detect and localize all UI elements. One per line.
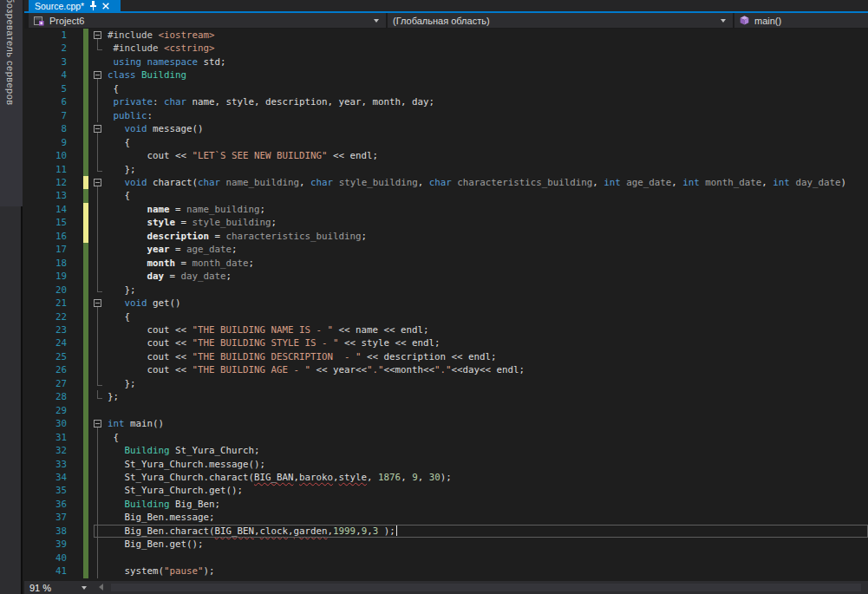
scroll-left-arrow-icon[interactable] [95,584,108,591]
code-line-38[interactable]: 38 Big_Ben.charact(BIG_BEN,clock,garden,… [24,525,868,538]
code-line-23[interactable]: 23 cout << "THE BUILDING NAME IS - " << … [24,323,868,336]
track-changes-bar [83,404,88,417]
track-changes-bar [83,243,88,256]
code-line-35[interactable]: 35 St_Yura_Church.get(); [24,484,868,497]
code-line-39[interactable]: 39 Big_Ben.get(); [24,538,868,551]
code-line-17[interactable]: 17 year = age_date; [24,243,868,256]
code-line-9[interactable]: 9 { [24,136,868,149]
code-line-7[interactable]: 7 public: [24,109,868,122]
track-changes-bar [83,552,88,565]
fold-collapse-icon[interactable] [94,179,101,186]
zoom-level-dropdown[interactable]: 91 % [24,581,92,594]
code-editor[interactable]: 1#include <iostream>2 #include <cstring>… [24,29,868,581]
line-number: 34 [24,471,67,484]
code-line-10[interactable]: 10 cout << "LET`S SEE NEW BUILDING" << e… [24,149,868,162]
line-number: 33 [24,458,67,471]
fold-collapse-icon[interactable] [92,29,103,42]
code-line-18[interactable]: 18 month = month_date; [24,257,868,270]
code-line-15[interactable]: 15 style = style_building; [24,216,868,229]
track-changes-bar [83,417,88,430]
fold-collapse-icon[interactable] [92,122,103,135]
outline-guide [92,390,103,403]
code-line-27[interactable]: 27 }; [24,377,868,390]
track-changes-bar [83,216,88,229]
code-line-1[interactable]: 1#include <iostream> [24,29,868,42]
code-text: description = characteristics_building; [108,230,367,243]
track-changes-bar [83,203,88,216]
fold-collapse-icon[interactable] [94,31,101,39]
code-text: cout << "LET`S SEE NEW BUILDING" << endl… [108,149,378,162]
track-changes-bar [83,350,88,363]
code-line-28[interactable]: 28}; [24,390,868,403]
code-line-14[interactable]: 14 name = name_building; [24,203,868,216]
code-line-33[interactable]: 33 St_Yura_Church.message(); [24,458,868,471]
fold-collapse-icon[interactable] [94,420,101,428]
code-text: }; [108,390,119,403]
scope-dropdown[interactable]: (Глобальная область) [388,13,733,28]
code-line-36[interactable]: 36 Building Big_Ben; [24,498,868,511]
code-line-4[interactable]: 4class Building [24,69,868,82]
line-number: 11 [24,163,67,176]
track-changes-bar [83,122,88,135]
fold-collapse-icon[interactable] [92,176,103,189]
code-text: { [108,136,130,149]
fold-collapse-icon[interactable] [92,417,103,430]
track-changes-bar [83,511,88,524]
fold-collapse-icon[interactable] [94,71,101,79]
fold-collapse-icon[interactable] [94,125,101,133]
fold-collapse-icon[interactable] [94,299,101,307]
code-text: int main() [108,417,164,430]
code-line-2[interactable]: 2 #include <cstring> [24,42,868,55]
code-line-12[interactable]: 12 void charact(char name_building, char… [24,176,868,189]
code-line-41[interactable]: 41 system("pause"); [24,565,868,578]
code-line-16[interactable]: 16 description = characteristics_buildin… [24,230,868,243]
line-number: 29 [24,404,67,417]
code-line-19[interactable]: 19 day = day_date; [24,270,868,283]
code-line-37[interactable]: 37 Big_Ben.message; [24,511,868,524]
project-dropdown[interactable]: Project6 [29,13,386,28]
chevron-down-icon [721,19,726,23]
code-line-11[interactable]: 11 }; [24,163,868,176]
outline-guide [92,471,103,484]
track-changes-bar [83,484,88,497]
outline-guide [92,55,103,69]
line-number: 26 [24,363,67,376]
close-icon[interactable] [102,3,109,10]
code-line-21[interactable]: 21 void get() [24,297,868,310]
pin-icon[interactable] [89,1,97,10]
code-line-30[interactable]: 30int main() [24,417,868,430]
code-line-24[interactable]: 24 cout << "THE BUILDING STYLE IS - " <<… [24,336,868,349]
code-line-22[interactable]: 22 { [24,310,868,323]
track-changes-bar [83,149,88,162]
outline-guide [92,525,103,538]
code-line-6[interactable]: 6 private: char name, style, description… [24,95,868,108]
code-line-25[interactable]: 25 cout << "THE BUILDING DESCRIPTION - "… [24,350,868,363]
code-text: using namespace std; [108,55,226,69]
track-changes-bar [83,336,88,349]
member-name: main() [754,16,781,26]
fold-collapse-icon[interactable] [92,69,103,82]
code-line-31[interactable]: 31 { [24,431,868,444]
code-line-13[interactable]: 13 { [24,189,868,202]
horizontal-scrollbar-thumb[interactable] [111,584,861,591]
code-line-26[interactable]: 26 cout << "THE BUILDING AGE - " << year… [24,363,868,376]
code-line-32[interactable]: 32 Building St_Yura_Church; [24,444,868,457]
line-number: 6 [24,95,67,108]
outline-guide [92,363,103,376]
line-number: 15 [24,216,67,229]
code-line-5[interactable]: 5 { [24,82,868,95]
tab-source-cpp[interactable]: Source.cpp* [29,0,121,11]
code-line-20[interactable]: 20 }; [24,284,868,297]
outline-guide [92,310,103,323]
code-text: St_Yura_Church.message(); [108,458,265,471]
sidebar-item-server-explorer[interactable]: бозреватель серверов [0,0,23,206]
outline-guide [92,230,103,243]
code-line-34[interactable]: 34 St_Yura_Church.charact(BIG_BAN,baroko… [24,471,868,484]
code-line-29[interactable]: 29 [24,404,868,417]
code-line-3[interactable]: 3 using namespace std; [24,55,868,69]
member-dropdown[interactable]: main() [734,13,868,28]
line-number: 17 [24,243,67,256]
code-line-40[interactable]: 40 [24,552,868,565]
code-line-8[interactable]: 8 void message() [24,122,868,135]
fold-collapse-icon[interactable] [92,297,103,310]
